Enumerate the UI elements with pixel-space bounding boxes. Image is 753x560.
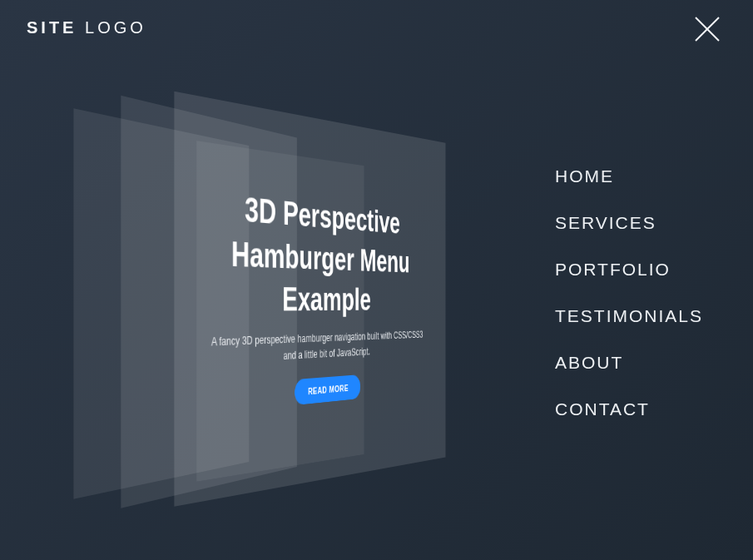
logo-part-light: LOGO (85, 18, 146, 37)
site-logo[interactable]: SITE LOGO (27, 18, 146, 37)
main-nav: HOME SERVICES PORTFOLIO TESTIMONIALS ABO… (555, 166, 703, 419)
hero-subtitle: A fancy 3D perspective hamburger navigat… (204, 328, 428, 369)
stacked-page-front: 3D Perspective Hamburger Menu Example A … (174, 92, 445, 507)
nav-item-testimonials[interactable]: TESTIMONIALS (555, 306, 703, 326)
perspective-stack: 3D Perspective Hamburger Menu Example A … (42, 104, 541, 503)
read-more-button[interactable]: READ MORE (295, 374, 360, 405)
nav-item-about[interactable]: ABOUT (555, 353, 703, 373)
nav-item-services[interactable]: SERVICES (555, 213, 703, 233)
nav-item-home[interactable]: HOME (555, 166, 703, 186)
close-icon[interactable] (693, 15, 721, 43)
hero-content: 3D Perspective Hamburger Menu Example A … (204, 184, 428, 415)
nav-item-contact[interactable]: CONTACT (555, 399, 703, 419)
logo-part-bold: SITE (27, 18, 77, 37)
nav-item-portfolio[interactable]: PORTFOLIO (555, 260, 703, 280)
hero-title: 3D Perspective Hamburger Menu Example (204, 184, 428, 323)
